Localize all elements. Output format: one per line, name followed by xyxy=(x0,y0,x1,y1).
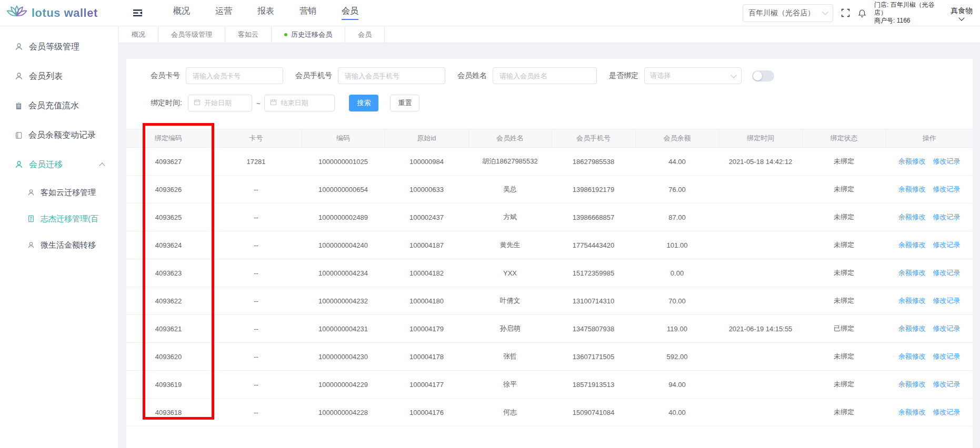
search-button[interactable]: 搜索 xyxy=(349,95,378,111)
chevron-down-icon xyxy=(731,72,736,78)
cell-member-name: 徐平 xyxy=(468,371,552,399)
is-bound-select[interactable]: 请选择 xyxy=(644,67,742,84)
calendar-icon xyxy=(194,99,201,107)
sidebar-subitem-keruyun-migration[interactable]: 客如云迁移管理 xyxy=(0,179,118,206)
edit-record-link[interactable]: 修改记录 xyxy=(933,297,960,304)
cell-code: 1000000002489 xyxy=(302,203,385,231)
balance-edit-link[interactable]: 余额修改 xyxy=(898,185,926,193)
cell-card-no: -- xyxy=(211,343,302,371)
cell-origin-id: 100004180 xyxy=(385,287,468,315)
reset-button[interactable]: 重置 xyxy=(390,95,419,111)
cell-origin-id: 100004176 xyxy=(385,399,468,426)
store-select-value: 百年川椒（光谷店） xyxy=(748,8,815,18)
brand-name: lotus wallet xyxy=(32,6,98,20)
menu-collapse-icon[interactable] xyxy=(133,8,143,17)
edit-record-link[interactable]: 修改记录 xyxy=(933,269,960,277)
cell-member-name: YXX xyxy=(468,259,552,287)
account-name: 真食物 xyxy=(951,6,973,16)
member-phone-input[interactable] xyxy=(338,67,445,84)
tab-overview[interactable]: 概况 xyxy=(119,26,158,43)
cell-card-no: -- xyxy=(211,259,302,287)
col-member-phone: 会员手机号 xyxy=(552,129,635,148)
sidebar-subitem-label: 客如云迁移管理 xyxy=(41,188,96,198)
tab-history-migrated-members[interactable]: 历史迁移会员 xyxy=(272,26,345,43)
cell-code: 1000000004228 xyxy=(302,399,385,426)
edit-record-link[interactable]: 修改记录 xyxy=(933,213,960,221)
cell-origin-id: 100004182 xyxy=(385,259,468,287)
cell-card-no: 17281 xyxy=(211,148,302,176)
cell-card-no: -- xyxy=(211,231,302,259)
cell-bind-code: 4093618 xyxy=(126,399,211,426)
edit-record-link[interactable]: 修改记录 xyxy=(933,352,960,360)
sidebar-item-recharge-records[interactable]: 会员充值流水 xyxy=(0,91,118,120)
nav-marketing[interactable]: 营销 xyxy=(299,6,316,20)
cell-origin-id: 100004178 xyxy=(385,343,468,371)
app-root: lotus wallet 概况 运营 报表 营销 会员 百年川椒（光谷店） xyxy=(0,0,980,448)
cell-member-name: 孙启萌 xyxy=(468,315,552,343)
cell-member-balance: 44.00 xyxy=(635,148,719,176)
balance-edit-link[interactable]: 余额修改 xyxy=(898,408,926,416)
edit-record-link[interactable]: 修改记录 xyxy=(933,241,960,249)
balance-edit-link[interactable]: 余额修改 xyxy=(898,213,926,221)
cell-bind-status: 未绑定 xyxy=(802,176,886,203)
user-icon xyxy=(15,160,23,169)
table-row: 4093622 -- 1000000004232 100004180 叶倩文 1… xyxy=(126,287,973,315)
edit-record-link[interactable]: 修改记录 xyxy=(933,157,960,165)
members-table: 绑定编码 卡号 编码 原始id 会员姓名 会员手机号 会员余额 绑定时间 绑定状… xyxy=(126,129,973,426)
cell-bind-code: 4093626 xyxy=(126,176,211,203)
tab-keruyun[interactable]: 客如云 xyxy=(225,26,272,43)
balance-edit-link[interactable]: 余额修改 xyxy=(898,380,926,388)
sidebar-subitem-label: 微生活金额转移 xyxy=(41,240,96,250)
balance-edit-link[interactable]: 余额修改 xyxy=(898,157,926,165)
sidebar-item-label: 会员迁移 xyxy=(29,159,63,170)
active-dot-icon xyxy=(284,33,287,36)
sidebar-item-member-migration[interactable]: 会员迁移 xyxy=(0,150,118,179)
cell-bind-code: 4093625 xyxy=(126,203,211,231)
document-icon xyxy=(27,215,35,222)
member-name-label: 会员姓名 xyxy=(457,71,487,80)
tab-member-level[interactable]: 会员等级管理 xyxy=(158,26,225,43)
edit-record-link[interactable]: 修改记录 xyxy=(933,380,960,388)
sidebar-item-member-level[interactable]: 会员等级管理 xyxy=(0,32,118,62)
nav-members[interactable]: 会员 xyxy=(342,6,358,20)
sidebar-subitem-weishenghuo-transfer[interactable]: 微生活金额转移 xyxy=(0,232,118,258)
chevron-down-icon xyxy=(822,9,828,15)
end-date-input[interactable]: 结束日期 xyxy=(264,95,335,111)
nav-overview[interactable]: 概况 xyxy=(173,6,190,20)
store-select[interactable]: 百年川椒（光谷店） xyxy=(743,4,833,22)
member-card-input[interactable] xyxy=(186,67,283,84)
cell-member-balance: 0.00 xyxy=(635,259,719,287)
cell-origin-id: 100002437 xyxy=(385,203,468,231)
cell-card-no: -- xyxy=(211,371,302,399)
fullscreen-icon[interactable] xyxy=(841,8,850,17)
bell-icon[interactable] xyxy=(858,9,866,17)
store-info-line1: 门店: 百年川椒（光谷店） xyxy=(874,1,943,17)
sidebar: 会员等级管理 会员列表 会员充值流水 会员余额变动记录 会员迁移 客如云迁移管理… xyxy=(0,26,118,448)
tab-members[interactable]: 会员 xyxy=(345,26,385,43)
edit-record-link[interactable]: 修改记录 xyxy=(933,324,960,332)
member-name-input[interactable] xyxy=(493,67,597,84)
cell-card-no: -- xyxy=(211,315,302,343)
sidebar-subitem-zhijie-migration[interactable]: 志杰迁移管理(百 xyxy=(0,206,118,232)
sidebar-item-label: 会员充值流水 xyxy=(28,100,79,111)
balance-edit-link[interactable]: 余额修改 xyxy=(898,241,926,249)
cell-bind-time: 2021-05-18 14:42:12 xyxy=(719,148,802,176)
edit-record-link[interactable]: 修改记录 xyxy=(933,408,960,416)
sidebar-item-member-list[interactable]: 会员列表 xyxy=(0,62,118,91)
balance-edit-link[interactable]: 余额修改 xyxy=(898,352,926,360)
balance-edit-link[interactable]: 余额修改 xyxy=(898,324,926,332)
start-date-input[interactable]: 开始日期 xyxy=(188,95,252,111)
cell-bind-status: 已绑定 xyxy=(802,315,886,343)
edit-record-link[interactable]: 修改记录 xyxy=(933,185,960,193)
bound-toggle[interactable] xyxy=(752,70,774,82)
nav-reports[interactable]: 报表 xyxy=(257,6,274,20)
account-menu[interactable]: 真食物 xyxy=(951,6,973,20)
cell-bind-status: 未绑定 xyxy=(802,231,886,259)
tab-bar: 概况 会员等级管理 客如云 历史迁移会员 会员 xyxy=(119,26,980,43)
nav-operations[interactable]: 运营 xyxy=(215,6,232,20)
cell-member-name: 吴总 xyxy=(468,176,552,203)
balance-edit-link[interactable]: 余额修改 xyxy=(898,269,926,277)
balance-edit-link[interactable]: 余额修改 xyxy=(898,297,926,304)
sidebar-item-balance-change-log[interactable]: 会员余额变动记录 xyxy=(0,120,118,150)
col-member-name: 会员姓名 xyxy=(468,129,552,148)
